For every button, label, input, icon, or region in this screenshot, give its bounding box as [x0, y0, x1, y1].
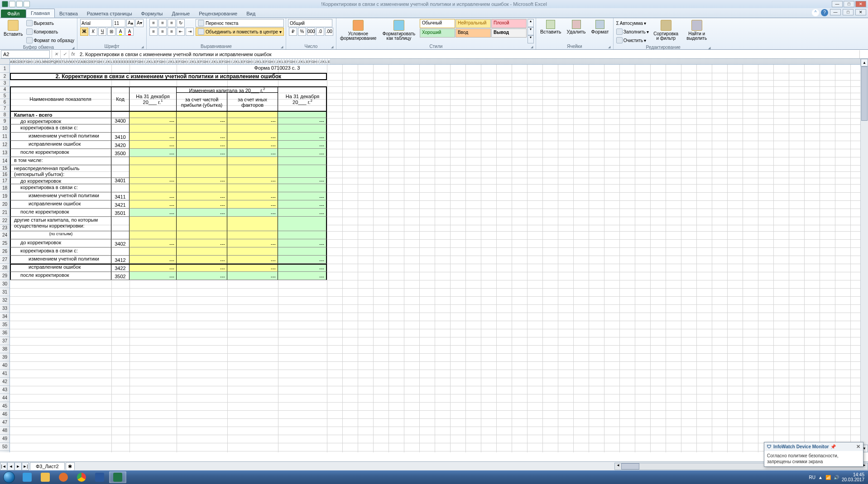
row-value[interactable]: ---	[177, 200, 227, 209]
style-scroll-up[interactable]: ▲	[528, 19, 534, 27]
row-value[interactable]	[278, 124, 327, 133]
row-value[interactable]	[278, 217, 327, 231]
row-value[interactable]	[278, 247, 327, 256]
row-value[interactable]: ---	[227, 133, 278, 141]
row-value[interactable]: ---	[177, 133, 227, 141]
task-outlook[interactable]	[91, 471, 108, 483]
currency-button[interactable]: ₽	[289, 28, 297, 36]
format-cells-button[interactable]: Формат	[589, 19, 611, 43]
font-name-select[interactable]	[80, 19, 112, 27]
maximize-button[interactable]: □	[844, 1, 854, 7]
row-value[interactable]: ---	[129, 149, 177, 157]
style-input[interactable]: Ввод	[456, 28, 491, 38]
row-value[interactable]	[227, 124, 278, 133]
row-value[interactable]	[177, 217, 227, 231]
scroll-up-button[interactable]: ▲	[861, 59, 868, 66]
style-normal[interactable]: Обычный	[420, 19, 455, 28]
tab-view[interactable]: Вид	[242, 9, 260, 18]
decrease-font-button[interactable]: A▾	[135, 19, 144, 27]
row-value[interactable]	[227, 112, 278, 118]
doc-close-button[interactable]: ✕	[855, 9, 866, 15]
row-value[interactable]: ---	[129, 239, 177, 247]
row-value[interactable]: ---	[278, 264, 327, 272]
merge-center-button[interactable]: Объединить и поместить в центре▾	[196, 28, 284, 36]
tab-review[interactable]: Рецензирование	[194, 9, 242, 18]
row-value[interactable]: ---	[278, 200, 327, 209]
task-excel[interactable]	[109, 471, 126, 483]
close-button[interactable]: ✕	[855, 1, 866, 7]
style-bad[interactable]: Плохой	[491, 19, 527, 28]
increase-decimal-button[interactable]: .0	[316, 28, 324, 36]
row-value[interactable]: ---	[227, 149, 278, 157]
start-button[interactable]	[0, 470, 18, 484]
minimize-button[interactable]: —	[832, 1, 843, 7]
style-more[interactable]: ▼	[528, 35, 534, 43]
task-chrome[interactable]	[73, 471, 90, 483]
row-value[interactable]	[278, 184, 327, 192]
row-value[interactable]: ---	[177, 192, 227, 200]
spreadsheet-grid[interactable]: ABCDEFGHIJKLMNOPQRSTUVWXYZABCDEFGHIJKLEE…	[0, 59, 868, 452]
save-icon[interactable]	[9, 1, 15, 7]
row-value[interactable]: ---	[278, 141, 327, 149]
help-icon[interactable]: ?	[821, 9, 828, 16]
row-value[interactable]: ---	[129, 209, 177, 217]
row-value[interactable]	[278, 157, 327, 165]
task-ie[interactable]	[19, 471, 36, 483]
number-format-select[interactable]	[288, 19, 332, 27]
select-all-corner[interactable]	[0, 59, 10, 64]
row-value[interactable]: ---	[227, 178, 278, 184]
font-size-select[interactable]	[113, 19, 125, 27]
lang-indicator[interactable]: RU	[809, 475, 815, 480]
row-value[interactable]	[227, 184, 278, 192]
insert-cells-button[interactable]: Вставить	[538, 19, 564, 43]
row-value[interactable]: ---	[278, 239, 327, 247]
doc-restore-button[interactable]: □	[843, 9, 854, 15]
tab-home[interactable]: Главная	[26, 9, 55, 18]
row-value[interactable]	[129, 184, 177, 192]
row-value[interactable]: ---	[177, 256, 227, 264]
clock[interactable]: 14:45 20.03.2017	[842, 472, 864, 482]
style-neutral[interactable]: Нейтральный	[456, 19, 491, 28]
row-value[interactable]: ---	[129, 141, 177, 149]
row-value[interactable]: ---	[278, 118, 327, 124]
row-value[interactable]	[177, 247, 227, 256]
row-value[interactable]	[129, 124, 177, 133]
file-tab[interactable]: Файл	[1, 9, 26, 18]
cancel-formula-icon[interactable]: ✕	[52, 50, 60, 58]
row-value[interactable]: ---	[177, 178, 227, 184]
popup-pin-icon[interactable]: 📌	[830, 444, 836, 449]
task-media[interactable]	[55, 471, 72, 483]
decrease-indent-button[interactable]: ⇤	[177, 28, 185, 36]
row-value[interactable]	[177, 157, 227, 165]
align-middle-button[interactable]: ≡	[158, 19, 167, 27]
bold-button[interactable]: Ж	[80, 28, 88, 36]
row-value[interactable]: ---	[129, 118, 177, 124]
row-value[interactable]: ---	[227, 118, 278, 124]
row-value[interactable]	[278, 165, 327, 178]
align-top-button[interactable]: ≡	[149, 19, 158, 27]
underline-button[interactable]: Ч	[98, 28, 106, 36]
row-value[interactable]	[227, 231, 278, 239]
row-value[interactable]	[227, 165, 278, 178]
conditional-format-button[interactable]: Условное форматирование	[338, 19, 378, 43]
redo-icon[interactable]	[24, 1, 30, 7]
row-value[interactable]	[129, 217, 177, 231]
row-value[interactable]: ---	[129, 192, 177, 200]
row-value[interactable]: ---	[227, 200, 278, 209]
percent-button[interactable]: %	[298, 28, 306, 36]
tray-network-icon[interactable]: 📶	[825, 475, 831, 480]
fx-icon[interactable]: fx	[69, 50, 77, 58]
autosum-button[interactable]: ΣАвтосумма▾	[615, 19, 650, 27]
sort-filter-button[interactable]: Сортировка и фильтр	[651, 19, 681, 44]
row-value[interactable]	[177, 231, 227, 239]
row-value[interactable]: ---	[227, 141, 278, 149]
row-value[interactable]: ---	[177, 141, 227, 149]
prev-sheet-button[interactable]: ◄	[7, 462, 14, 470]
row-value[interactable]: ---	[177, 272, 227, 280]
align-right-button[interactable]: ≡	[168, 28, 176, 36]
fill-color-button[interactable]: A	[116, 28, 125, 36]
doc-minimize-button[interactable]: —	[830, 9, 841, 15]
tab-insert[interactable]: Вставка	[55, 9, 82, 18]
hscroll-thumb[interactable]	[621, 463, 639, 470]
format-as-table-button[interactable]: Форматировать как таблицу	[379, 19, 419, 43]
